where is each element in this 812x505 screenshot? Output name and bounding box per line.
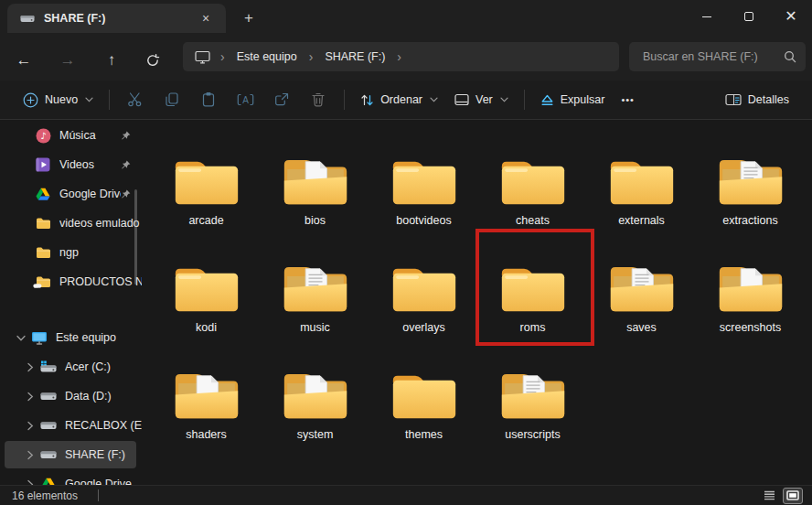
- sidebar-item-recalbox-e[interactable]: RECALBOX (E:): [0, 411, 142, 440]
- scissors-icon: [127, 91, 144, 108]
- folder-item-arcade[interactable]: arcade: [152, 126, 261, 233]
- sidebar-scrollbar[interactable]: [134, 189, 137, 285]
- maximize-button[interactable]: [728, 0, 770, 33]
- close-button[interactable]: ✕: [770, 0, 812, 33]
- folder-name: shaders: [186, 428, 226, 442]
- folder-icon: [170, 126, 243, 214]
- share-icon: [273, 91, 290, 108]
- sidebar-item-google-drive[interactable]: Google Drive: [0, 179, 142, 209]
- sidebar-item-data-d[interactable]: Data (D:): [0, 381, 142, 411]
- folder-item-music[interactable]: music: [261, 233, 369, 340]
- folder-name: cheats: [516, 214, 550, 228]
- more-options-button[interactable]: •••: [613, 88, 643, 112]
- svg-text:♪: ♪: [40, 131, 46, 141]
- folder-item-saves[interactable]: saves: [587, 233, 696, 340]
- folder-item-cheats[interactable]: cheats: [478, 126, 587, 233]
- cut-button[interactable]: [117, 84, 154, 115]
- tab-close-icon[interactable]: ×: [195, 7, 217, 29]
- folder-name: bootvideos: [396, 214, 451, 228]
- refresh-icon: [145, 53, 160, 68]
- folder-name: bios: [304, 214, 326, 228]
- sidebar-item-ngp[interactable]: ngp: [0, 238, 142, 267]
- status-bar: 16 elementos: [0, 485, 812, 505]
- sidebar-item-videos[interactable]: Videos: [0, 150, 142, 179]
- folder-item-kodi[interactable]: kodi: [152, 233, 261, 340]
- pin-icon: [121, 189, 131, 199]
- sort-icon: [360, 93, 374, 107]
- paste-button[interactable]: [190, 84, 227, 115]
- folder-icon: [35, 246, 51, 259]
- toolbar-divider: [344, 90, 345, 110]
- chevron-right-icon[interactable]: [20, 362, 40, 372]
- folder-item-externals[interactable]: externals: [587, 126, 696, 233]
- sidebar-item-productos-nu[interactable]: PRODUCTOS NU: [0, 267, 142, 296]
- chevron-down-icon[interactable]: [11, 333, 31, 343]
- details-view-toggle[interactable]: [759, 488, 779, 504]
- folder-item-bootvideos[interactable]: bootvideos: [369, 126, 478, 233]
- address-row: ← → ↑ › Este equipo › SHARE (F:) › Busca…: [0, 33, 812, 81]
- sidebar-gap: [0, 296, 142, 323]
- sort-button[interactable]: Ordenar: [352, 87, 446, 113]
- folder-item-system[interactable]: system: [261, 340, 369, 447]
- chevron-right-icon[interactable]: [20, 421, 40, 431]
- new-button-label: Nuevo: [45, 93, 78, 106]
- sidebar-item-label: Este equipo: [56, 331, 142, 344]
- details-button[interactable]: Detalles: [717, 87, 797, 113]
- maximize-icon: [744, 12, 753, 21]
- drive-icon: [40, 449, 57, 460]
- folder-item-bios[interactable]: bios: [261, 126, 369, 233]
- sidebar-item-este-equipo[interactable]: Este equipo: [0, 323, 142, 352]
- chevron-right-icon[interactable]: [20, 392, 40, 402]
- delete-button[interactable]: [300, 84, 337, 115]
- forward-button[interactable]: →: [53, 46, 82, 75]
- breadcrumb-share-drive[interactable]: SHARE (F:): [323, 48, 387, 65]
- gdrive-icon: [40, 478, 57, 486]
- new-tab-button[interactable]: +: [236, 5, 262, 31]
- folder-item-overlays[interactable]: overlays: [369, 233, 478, 340]
- toolbar-divider: [524, 90, 525, 110]
- folder-with-document-icon: [605, 233, 678, 321]
- eject-button[interactable]: Expulsar: [532, 87, 614, 113]
- breadcrumb-this-pc[interactable]: Este equipo: [235, 48, 299, 65]
- rename-button[interactable]: A: [227, 84, 263, 115]
- eject-button-label: Expulsar: [561, 93, 605, 106]
- sidebar-tree-list: Este equipoAcer (C:)Data (D:)RECALBOX (E…: [0, 323, 142, 485]
- sidebar-item-acer-c[interactable]: Acer (C:): [0, 352, 142, 381]
- sidebar-item-musica[interactable]: ♪Música: [0, 121, 142, 150]
- folder-item-themes[interactable]: themes: [369, 340, 478, 447]
- breadcrumb[interactable]: › Este equipo › SHARE (F:) ›: [183, 42, 619, 71]
- folder-item-shaders[interactable]: shaders: [152, 340, 261, 447]
- thumbnail-view-toggle[interactable]: [783, 488, 803, 504]
- copy-icon: [164, 91, 180, 108]
- folder-with-document-icon: [497, 340, 570, 428]
- video-icon: [35, 157, 51, 172]
- toolbar-divider: [109, 90, 110, 110]
- back-button[interactable]: ←: [9, 46, 38, 75]
- close-icon: ✕: [785, 9, 796, 24]
- refresh-button[interactable]: [138, 46, 167, 75]
- up-button[interactable]: ↑: [97, 46, 126, 75]
- search-icon: [784, 50, 796, 63]
- folder-item-extractions[interactable]: extractions: [696, 126, 805, 233]
- folder-name: music: [300, 321, 330, 335]
- sidebar-item-share-f[interactable]: SHARE (F:): [0, 440, 142, 469]
- folder-item-userscripts[interactable]: userscripts: [478, 340, 587, 447]
- new-button[interactable]: Nuevo: [15, 86, 102, 114]
- sidebar-item-videos-emulado[interactable]: videos emulado: [0, 209, 142, 238]
- folder-cloud-icon: [35, 275, 51, 288]
- minimize-button[interactable]: [686, 0, 728, 33]
- status-divider: [98, 489, 99, 501]
- search-input[interactable]: Buscar en SHARE (F:): [629, 42, 806, 71]
- folder-name: saves: [626, 321, 657, 335]
- sidebar-item-google-drive[interactable]: Google Drive: [0, 469, 142, 485]
- explorer-tab[interactable]: SHARE (F:) ×: [7, 4, 226, 33]
- view-button[interactable]: Ver: [446, 87, 517, 113]
- folder-item-screenshots[interactable]: screenshots: [696, 233, 805, 340]
- folder-item-roms[interactable]: roms: [478, 233, 587, 340]
- sort-button-label: Ordenar: [380, 93, 422, 106]
- folder-icon: [388, 126, 461, 214]
- tab-title: SHARE (F:): [44, 12, 195, 25]
- share-button[interactable]: [263, 84, 300, 115]
- copy-button[interactable]: [154, 84, 190, 115]
- chevron-right-icon[interactable]: [20, 450, 40, 460]
